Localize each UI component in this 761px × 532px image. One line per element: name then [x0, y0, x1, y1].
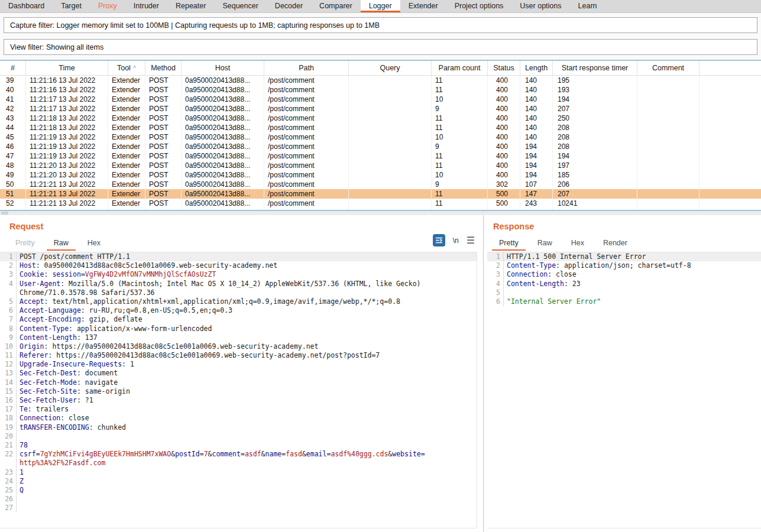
menu-tab-decoder[interactable]: Decoder — [267, 0, 311, 12]
editor-tab-hex[interactable]: Hex — [562, 236, 594, 251]
hamburger-icon[interactable]: ☰ — [467, 236, 475, 245]
cell-time: 11:21:18 13 Jul 2022 — [26, 123, 108, 132]
column-header-label: # — [11, 64, 15, 72]
editor-tab-label: Render — [603, 239, 627, 247]
cell-timer: 194 — [553, 151, 637, 161]
editor-line: 26 — [0, 495, 477, 504]
cell-status: 500 — [488, 189, 520, 199]
line-text: User-Agent: Mozilla/5.0 (Macintosh; Inte… — [17, 280, 421, 288]
menu-tab-comparer[interactable]: Comparer — [311, 0, 361, 12]
editor-line: 8 Content-Type: application/x-www-form-u… — [0, 325, 477, 333]
table-row[interactable]: 4611:21:19 13 Jul 2022ExtenderPOST0a9500… — [0, 142, 761, 151]
menu-tab-sequencer[interactable]: Sequencer — [214, 0, 266, 12]
cell-query — [349, 132, 432, 142]
table-row[interactable]: 5111:21:21 13 Jul 2022ExtenderPOST0a9500… — [0, 189, 761, 199]
cell-filler — [700, 123, 761, 132]
cell-comment — [637, 132, 700, 142]
column-header[interactable]: Tool^ — [108, 61, 145, 75]
line-text: Accept-Language: ru-RU,ru;q=0.8,en-US;q=… — [17, 306, 232, 315]
editor-tab-pretty[interactable]: Pretty — [490, 236, 528, 251]
menu-tab-learn[interactable]: Learn — [570, 0, 605, 12]
table-row[interactable]: 4211:21:17 13 Jul 2022ExtenderPOST0a9500… — [0, 104, 761, 113]
prettify-icon[interactable] — [433, 234, 445, 246]
line-number: 11 — [0, 351, 17, 360]
column-header[interactable]: Host^ — [182, 61, 264, 75]
column-header[interactable]: #^ — [0, 61, 26, 75]
line-number — [0, 459, 17, 468]
menu-tab-proxy[interactable]: Proxy — [90, 0, 125, 12]
response-panel-title: Response — [493, 222, 534, 231]
cell-timer: 208 — [553, 123, 637, 132]
editor-tab-render[interactable]: Render — [594, 236, 637, 251]
cell-query — [349, 76, 432, 85]
editor-line: 5 Accept: text/html,application/xhtml+xm… — [0, 297, 477, 306]
table-row[interactable]: 4411:21:18 13 Jul 2022ExtenderPOST0a9500… — [0, 123, 761, 132]
table-row[interactable]: 4911:21:20 13 Jul 2022ExtenderPOST0a9500… — [0, 170, 761, 180]
menu-tab-project-options[interactable]: Project options — [446, 0, 512, 12]
cell-filler — [700, 95, 761, 104]
column-header[interactable]: Status^ — [488, 61, 520, 75]
logger-table[interactable]: #^ Time^ Tool^ Method^ Host^ Path^ Query… — [0, 60, 761, 211]
editor-line: 22 csrf=7gYzhMCiFvi4gBEyUEEk7HmHSHM7xWAO… — [0, 450, 477, 459]
table-row[interactable]: 4711:21:19 13 Jul 2022ExtenderPOST0a9500… — [0, 151, 761, 161]
editor-line: http%3A%2F%2Fasdf.com — [0, 459, 477, 468]
cell-query — [349, 85, 432, 95]
column-header[interactable]: Length^ — [520, 61, 553, 75]
menu-tab-logger[interactable]: Logger — [361, 0, 400, 12]
line-text: "Internal Server Error" — [504, 297, 601, 306]
table-row[interactable]: 4011:21:16 13 Jul 2022ExtenderPOST0a9500… — [0, 85, 761, 95]
horizontal-splitter[interactable] — [0, 211, 761, 215]
cell-host: 0a9500020413d88... — [182, 199, 264, 208]
menu-tab-repeater[interactable]: Repeater — [167, 0, 214, 12]
capture-filter-bar[interactable]: Capture filter: Logger memory limit set … — [4, 17, 757, 33]
cell-query — [349, 123, 432, 132]
menu-tab-intruder[interactable]: Intruder — [125, 0, 167, 12]
column-header[interactable]: Param count^ — [432, 61, 488, 75]
request-editor[interactable]: 1 POST /post/comment HTTP/1.1 2 Host: 0a… — [0, 252, 477, 528]
table-row[interactable]: 4311:21:18 13 Jul 2022ExtenderPOST0a9500… — [0, 113, 761, 123]
menu-tab-target[interactable]: Target — [53, 0, 90, 12]
menu-tab-dashboard[interactable]: Dashboard — [0, 0, 53, 12]
cell-timer: 206 — [553, 180, 637, 189]
line-text: Content-Length: 137 — [17, 333, 98, 342]
table-row[interactable]: 5011:21:21 13 Jul 2022ExtenderPOST0a9500… — [0, 180, 761, 189]
line-number: 17 — [0, 405, 17, 414]
main-menu-bar: Dashboard Target Proxy Intruder Repeater… — [0, 0, 761, 13]
response-editor[interactable]: 1 HTTP/1.1 500 Internal Server Error 2 C… — [487, 252, 761, 528]
show-newlines-icon[interactable]: \n — [453, 236, 459, 245]
cell-id: 43 — [0, 113, 26, 123]
table-row[interactable]: 5211:21:21 13 Jul 2022ExtenderPOST0a9500… — [0, 199, 761, 208]
cell-timer: 10241 — [553, 199, 637, 208]
column-header[interactable]: Method^ — [145, 61, 182, 75]
table-row[interactable]: 4111:21:17 13 Jul 2022ExtenderPOST0a9500… — [0, 95, 761, 104]
editor-tab-raw[interactable]: Raw — [44, 236, 78, 251]
menu-tab-extender[interactable]: Extender — [400, 0, 446, 12]
column-header[interactable]: Query^ — [349, 61, 432, 75]
cell-param-count: 9 — [432, 142, 488, 151]
cell-length: 194 — [520, 151, 553, 161]
editor-tab-hex[interactable]: Hex — [78, 236, 110, 251]
table-row[interactable]: 3911:21:16 13 Jul 2022ExtenderPOST0a9500… — [0, 76, 761, 85]
editor-tab-label: Raw — [537, 239, 552, 247]
column-header[interactable]: Comment^ — [637, 61, 700, 75]
request-editor-icons: \n ☰ — [433, 234, 475, 246]
line-number: 3 — [487, 270, 504, 279]
line-number: 8 — [0, 325, 17, 333]
table-row[interactable]: 4511:21:19 13 Jul 2022ExtenderPOST0a9500… — [0, 132, 761, 142]
table-row[interactable]: 4811:21:20 13 Jul 2022ExtenderPOST0a9500… — [0, 161, 761, 170]
line-number: 15 — [0, 387, 17, 396]
menu-tab-user-options[interactable]: User options — [511, 0, 569, 12]
column-header[interactable]: Time^ — [26, 61, 108, 75]
column-header[interactable]: Path^ — [264, 61, 349, 75]
cell-time: 11:21:19 13 Jul 2022 — [26, 142, 108, 151]
column-header-label: Comment — [652, 64, 684, 72]
cell-tool: Extender — [108, 151, 145, 161]
column-header[interactable]: Start response timer^ — [553, 61, 637, 75]
view-filter-bar[interactable]: View filter: Showing all items — [4, 39, 757, 55]
cell-length: 194 — [520, 161, 553, 170]
editor-tab-raw[interactable]: Raw — [528, 236, 562, 251]
line-number: 2 — [0, 261, 17, 270]
cell-query — [349, 161, 432, 170]
cell-timer: 207 — [553, 104, 637, 113]
editor-tab-pretty[interactable]: Pretty — [6, 236, 44, 251]
